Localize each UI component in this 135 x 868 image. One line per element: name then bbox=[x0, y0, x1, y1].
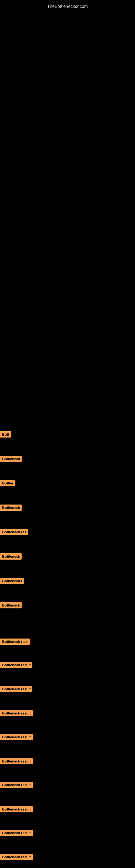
bottleneck-result-8[interactable]: Bottleneck bbox=[0, 602, 21, 610]
bottleneck-result-18[interactable]: Bottleneck result bbox=[0, 854, 33, 861]
bottleneck-result-6[interactable]: Bottleneck bbox=[0, 553, 21, 561]
bottleneck-label-9: Bottleneck resu bbox=[0, 639, 30, 645]
bottleneck-label-17: Bottleneck result bbox=[0, 830, 33, 836]
bottleneck-result-10[interactable]: Bottleneck result bbox=[0, 662, 32, 669]
bottleneck-result-15[interactable]: Bottleneck result bbox=[0, 782, 33, 789]
bottleneck-result-5[interactable]: Bottleneck res bbox=[0, 529, 28, 536]
bottleneck-label-10: Bottleneck result bbox=[0, 662, 32, 668]
bottleneck-result-9[interactable]: Bottleneck resu bbox=[0, 639, 30, 646]
bottleneck-label-14: Bottleneck result bbox=[0, 758, 33, 764]
bottleneck-label-16: Bottleneck result bbox=[0, 806, 33, 812]
bottleneck-result-12[interactable]: Bottleneck result bbox=[0, 710, 33, 717]
bottleneck-label-1: Bott bbox=[0, 431, 11, 437]
bottleneck-result-17[interactable]: Bottleneck result bbox=[0, 830, 33, 837]
bottleneck-label-7: Bottleneck r bbox=[0, 578, 24, 584]
bottleneck-result-11[interactable]: Bottleneck result bbox=[0, 686, 32, 693]
bottleneck-label-8: Bottleneck bbox=[0, 602, 21, 609]
bottleneck-label-13: Bottleneck result bbox=[0, 734, 33, 740]
bottleneck-label-4: Bottleneck bbox=[0, 504, 21, 511]
bottleneck-result-14[interactable]: Bottleneck result bbox=[0, 758, 33, 766]
bottleneck-result-16[interactable]: Bottleneck result bbox=[0, 806, 33, 813]
bottleneck-label-15: Bottleneck result bbox=[0, 782, 33, 788]
bottleneck-result-4[interactable]: Bottleneck bbox=[0, 504, 21, 512]
bottleneck-result-2[interactable]: Bottleneck bbox=[0, 456, 21, 463]
bottleneck-result-13[interactable]: Bottleneck result bbox=[0, 734, 33, 741]
bottleneck-label-11: Bottleneck result bbox=[0, 686, 32, 692]
main-content: TheBottlenecker.com BottBottleneckBottle… bbox=[0, 0, 135, 868]
bottleneck-result-3[interactable]: Bottler bbox=[0, 480, 15, 488]
site-title: TheBottlenecker.com bbox=[0, 1, 135, 12]
bottleneck-result-1[interactable]: Bott bbox=[0, 431, 11, 439]
bottleneck-label-2: Bottleneck bbox=[0, 456, 21, 462]
bottleneck-label-3: Bottler bbox=[0, 480, 15, 486]
bottleneck-label-5: Bottleneck res bbox=[0, 529, 28, 535]
bottleneck-label-18: Bottleneck result bbox=[0, 854, 33, 860]
bottleneck-result-7[interactable]: Bottleneck r bbox=[0, 578, 24, 585]
bottleneck-label-6: Bottleneck bbox=[0, 553, 21, 560]
bottleneck-label-12: Bottleneck result bbox=[0, 710, 33, 716]
